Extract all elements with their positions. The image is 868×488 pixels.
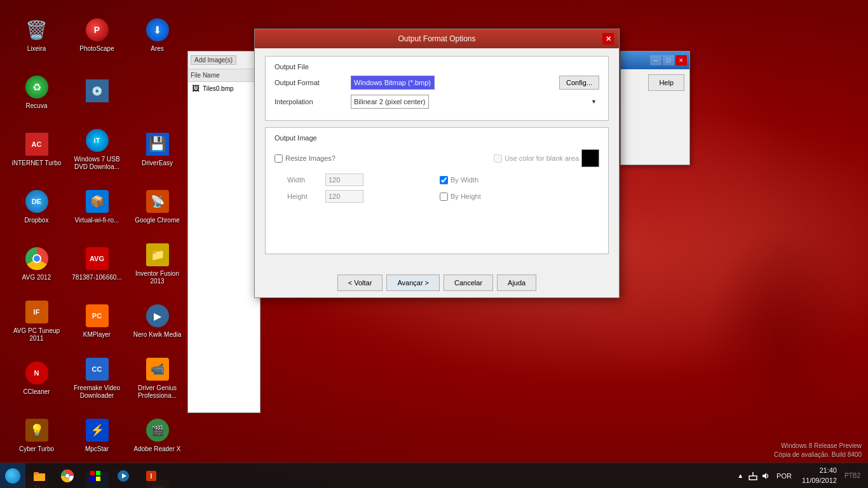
desktop-icon-photoscape[interactable]: P PhotoScape xyxy=(67,6,127,64)
desktop-icon-virtualwifi[interactable]: 📡 Google Chrome xyxy=(127,178,187,235)
by-height-checkbox[interactable] xyxy=(440,193,448,201)
taskbar-mediaplayer-icon[interactable] xyxy=(109,463,137,489)
width-input[interactable]: 120 xyxy=(325,173,363,186)
imageconverter-taskbar-icon: I xyxy=(144,469,158,483)
secondary-minimize-button[interactable]: – xyxy=(650,55,661,65)
secondary-window-body: Help xyxy=(621,69,689,96)
secondary-maximize-button[interactable]: □ xyxy=(663,55,674,65)
output-format-dropdown[interactable]: Windows Bitmap (*.bmp) xyxy=(351,76,435,90)
win7usb-label: DriverEasy xyxy=(142,159,173,167)
desktop-icon-kmplayer[interactable]: ▶ Nero Kwik Media xyxy=(127,292,187,349)
lixeira-label: Lixeira xyxy=(27,45,46,53)
dialog-close-button[interactable]: ✕ xyxy=(602,33,614,44)
use-color-checkbox[interactable] xyxy=(494,154,502,163)
tray-network-icon[interactable] xyxy=(747,470,759,482)
output-image-section: Output Image Resize Images? Use color fo… xyxy=(265,127,609,254)
avgpctuneup-icon: PC xyxy=(85,303,110,329)
recuva-icon: ♻ xyxy=(24,74,50,100)
explorer-icon xyxy=(88,469,102,483)
win-version-text: Windows 8 Release Preview Cópia de avali… xyxy=(774,442,862,459)
desktop-icon-folder781[interactable]: 📁 Inventor Fusion 2013 xyxy=(127,235,187,292)
by-width-checkbox[interactable] xyxy=(440,176,448,184)
folder-icon xyxy=(32,469,46,483)
resize-checkbox-label: Resize Images? xyxy=(275,154,336,163)
add-images-button[interactable]: Add Image(s) xyxy=(191,55,236,65)
next-button[interactable]: Avançar > xyxy=(386,274,440,291)
help-button[interactable]: Ajuda xyxy=(497,274,536,291)
desktop-icon-lixeira[interactable]: 🗑️ Lixeira xyxy=(6,6,67,64)
desktop-icon-autocad[interactable]: AC iNTERNET Turbo xyxy=(6,121,67,178)
internet-turbo-icon: iT xyxy=(85,128,110,153)
resize-label: Resize Images? xyxy=(285,154,336,162)
file-list-item[interactable]: 🖼 Tiles0.bmp xyxy=(188,82,260,95)
desktop-icon-win7usb[interactable]: 💾 DriverEasy xyxy=(127,121,187,178)
by-height-label: By Height xyxy=(451,193,481,200)
ccleaner-icon: CC xyxy=(85,356,110,382)
desktop-icon-media[interactable]: 💿 xyxy=(67,64,127,121)
back-button[interactable]: < Voltar xyxy=(337,274,383,291)
config-button[interactable]: Config... xyxy=(559,76,599,90)
taskbar-chrome-icon[interactable] xyxy=(53,463,81,489)
height-input[interactable]: 120 xyxy=(325,190,363,203)
desktop-icon-dropbox[interactable]: 📦 Virtual-wi-fi-ro... xyxy=(67,178,127,235)
taskbar-imageconverter-taskbar-icon[interactable]: I xyxy=(137,463,165,489)
freemake-label: Driver Genius Professiona... xyxy=(132,384,183,400)
taskbar-start[interactable] xyxy=(0,463,25,489)
taskbar-icons: I xyxy=(25,463,735,488)
desktop-icon-cyberturbo[interactable]: ⚡ MpcStar xyxy=(67,407,127,464)
mpcstar-label: Adobe Reader X xyxy=(134,445,181,453)
autocad-icon: AC xyxy=(24,132,50,157)
folder781-icon: 📁 xyxy=(145,242,170,268)
desktop-icon-drivereasy[interactable]: DE Dropbox xyxy=(6,178,67,235)
resize-left-controls: Resize Images? xyxy=(275,154,336,163)
svg-rect-7 xyxy=(90,477,95,481)
dialog-body: Output File Output Format Windows Bitmap… xyxy=(255,48,619,268)
cancel-button[interactable]: Cancelar xyxy=(444,274,493,291)
interp-dropdown-wrapper: Bilinear 2 (pixel center) xyxy=(351,95,599,109)
desktop-icon-ares[interactable]: ⬇ Ares xyxy=(127,6,187,64)
chrome-label: AVG 2012 xyxy=(22,274,51,281)
desktop-icon-avg2012[interactable]: AVG 781387-106660... xyxy=(67,235,127,292)
by-height-label-group: By Height xyxy=(440,193,481,201)
win7usb-icon: 💾 xyxy=(145,132,170,157)
output-format-row: Output Format Windows Bitmap (*.bmp) Con… xyxy=(275,76,599,90)
virtualwifi-label: Google Chrome xyxy=(135,217,180,224)
taskbar-filemanager-icon[interactable] xyxy=(25,463,53,489)
photoscape-label: PhotoScape xyxy=(79,45,114,53)
resize-checkbox[interactable] xyxy=(275,154,283,163)
network-icon xyxy=(749,471,757,480)
help-button-secondary[interactable]: Help xyxy=(648,74,684,91)
file-panel: Add Image(s) File Name 🖼 Tiles0.bmp xyxy=(187,51,261,413)
width-row: Width 120 By Width xyxy=(275,173,599,186)
filename-col-header: File Name xyxy=(188,69,260,81)
taskbar-winexplorer-icon[interactable] xyxy=(81,463,109,489)
desktop-icon-freemake[interactable]: 📹 Driver Genius Professiona... xyxy=(127,349,187,407)
clock-date: 11/09/2012 xyxy=(802,476,837,485)
nerokwik-label: CCleaner xyxy=(23,388,50,396)
desktop-icon-drivergenius[interactable]: 💡 Cyber Turbo xyxy=(6,407,67,464)
secondary-close-button[interactable]: ✕ xyxy=(675,55,687,65)
speaker-icon xyxy=(761,471,770,480)
desktop-icon-inventor[interactable]: IF AVG PC Tuneup 2011 xyxy=(6,292,67,349)
desktop-icons-container: 🗑️ Lixeira P PhotoScape ⬇ Ares ♻ Recuva … xyxy=(0,0,191,463)
desktop-icon-chrome[interactable]: AVG 2012 xyxy=(6,235,67,292)
lixeira-icon: 🗑️ xyxy=(24,17,50,43)
desktop-icon-ccleaner[interactable]: CC Freemake Video Downloader xyxy=(67,349,127,407)
desktop-icon-mpcstar[interactable]: 🎬 Adobe Reader X xyxy=(127,407,187,464)
desktop-icon-recuva[interactable]: ♻ Recuva xyxy=(6,64,67,121)
drivereasy-icon: DE xyxy=(24,189,50,214)
tray-audio-icon[interactable] xyxy=(760,470,771,482)
interpolation-dropdown[interactable]: Bilinear 2 (pixel center) xyxy=(351,95,429,109)
desktop: 🗑️ Lixeira P PhotoScape ⬇ Ares ♻ Recuva … xyxy=(0,0,868,488)
taskbar-clock[interactable]: 21:40 11/09/2012 xyxy=(797,466,842,485)
svg-rect-6 xyxy=(96,471,100,475)
internet-turbo-label: Windows 7 USB DVD Downloa... xyxy=(72,156,123,171)
drivereasy-label: Dropbox xyxy=(25,217,49,224)
desktop-icon-internet-turbo[interactable]: iT Windows 7 USB DVD Downloa... xyxy=(67,121,127,178)
desktop-icon-nerokwik[interactable]: N CCleaner xyxy=(6,349,67,407)
desktop-icon-avgpctuneup[interactable]: PC KMPlayer xyxy=(67,292,127,349)
color-swatch[interactable] xyxy=(581,149,599,167)
chrome-icon xyxy=(24,246,50,271)
tray-expand-icon[interactable]: ▲ xyxy=(735,470,746,482)
win-version-line1: Windows 8 Release Preview xyxy=(774,442,862,451)
